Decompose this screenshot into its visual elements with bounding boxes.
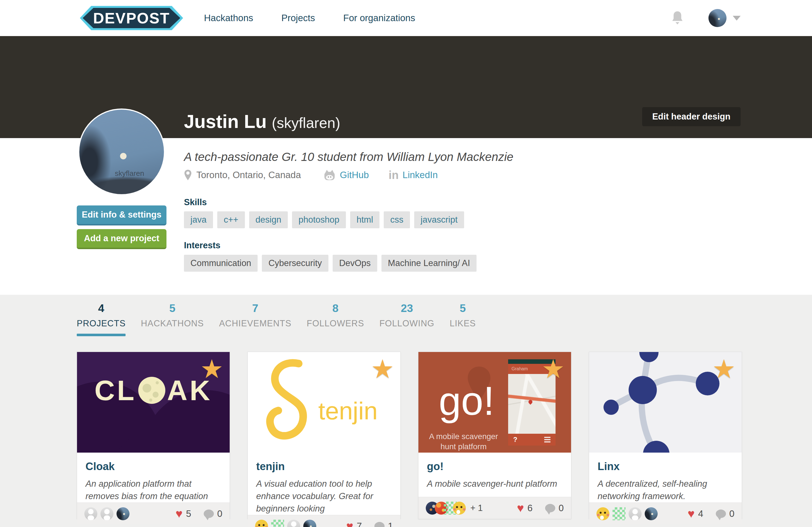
tab-count: 5 [460,302,466,315]
skills-heading: Skills [184,197,207,207]
menu-icon [544,437,550,442]
card-stats: ♥ 4 0 [687,508,735,520]
card-stats: ♥ 6 0 [517,502,564,514]
skill-tag[interactable]: design [249,211,288,228]
help-icon: ? [513,436,518,443]
card-body: Cloak An application platform that remov… [77,453,230,502]
project-card-linx[interactable]: ★ Linx A decentralized, self-healing net… [589,352,742,519]
skill-tag[interactable]: css [384,211,410,228]
member-avatar[interactable] [100,507,113,520]
skill-tag[interactable]: javascript [414,211,464,228]
notifications-bell-icon[interactable] [671,11,684,25]
card-body: go! A mobile scavenger-hunt platform [418,453,571,497]
profile-name-row: Justin Lu (skyflaren) [184,111,340,132]
card-stats: ♥ 7 1 [346,520,393,527]
moon-icon [138,377,165,404]
tab-count: 23 [401,302,413,315]
winner-star-icon: ★ [712,356,736,382]
active-tab-underline [77,334,126,336]
tab-followers[interactable]: 8 FOLLOWERS [307,302,364,329]
likes-count: 5 [186,508,191,519]
tab-achievements[interactable]: 7 ACHIEVEMENTS [219,302,291,329]
comments-icon[interactable] [374,522,385,527]
interest-tag[interactable]: Machine Learning/ AI [381,255,477,272]
devpost-logo[interactable]: DEVPOST [80,6,183,30]
member-avatar[interactable] [271,520,284,527]
project-cards: CL AK ★ Cloak An application platform th… [77,352,742,519]
interest-tag[interactable]: DevOps [333,255,377,272]
interest-tag[interactable]: Communication [184,255,258,272]
nav-link-organizations[interactable]: For organizations [343,13,415,24]
nav-link-projects[interactable]: Projects [281,13,315,24]
member-avatar[interactable] [453,502,466,515]
user-avatar[interactable] [709,9,726,27]
tab-hackathons[interactable]: 5 HACKATHONS [141,302,204,329]
project-card-tenjin[interactable]: tenjin ★ tenjin A visual education tool … [247,352,401,519]
skill-tag[interactable]: html [350,211,380,228]
card-footer: ♥ 7 1 [248,515,400,527]
member-avatar[interactable] [628,507,642,520]
tab-projects[interactable]: 4 PROJECTS [77,302,126,336]
member-avatar[interactable] [303,520,316,527]
profile-info-row: Toronto, Ontario, Canada GitHub in Linke… [184,169,438,181]
tab-following[interactable]: 23 FOLLOWING [379,302,435,329]
likes-heart-icon[interactable]: ♥ [175,508,183,520]
comments-count: 0 [217,508,222,519]
profile-action-buttons: Edit info & settings Add a new project [77,206,166,249]
nav-link-hackathons[interactable]: Hackathons [204,13,253,24]
member-avatar[interactable] [287,520,300,527]
project-title[interactable]: tenjin [256,461,392,472]
member-avatar[interactable] [645,507,658,520]
winner-star-icon: ★ [542,356,565,382]
likes-heart-icon[interactable]: ♥ [517,502,524,514]
skill-tag[interactable]: c++ [217,211,245,228]
tab-label: PROJECTS [77,318,126,329]
interest-tag[interactable]: Cybersecurity [262,255,329,272]
cloak-logo-left: CL [95,376,136,404]
profile-tabs: 4 PROJECTS 5 HACKATHONS 7 ACHIEVEMENTS 8… [77,302,476,336]
location: Toronto, Ontario, Canada [184,169,301,181]
comments-icon[interactable] [716,510,726,518]
chevron-down-icon[interactable] [733,16,741,20]
profile-photo[interactable]: skyflaren [78,108,165,195]
likes-heart-icon[interactable]: ♥ [687,508,695,520]
project-title[interactable]: go! [427,461,563,472]
skill-tag[interactable]: photoshop [292,211,346,228]
tab-likes[interactable]: 5 LIKES [450,302,476,329]
card-footer: + 1 ♥ 6 0 [418,497,571,519]
comments-icon[interactable] [204,510,214,518]
nav-right [671,9,741,27]
interests-heading: Interests [184,240,220,251]
comments-count: 0 [729,508,735,519]
card-body: Linx A decentralized, self-healing netwo… [589,453,742,502]
devpost-logo-inner: DEVPOST [83,8,180,28]
edit-info-settings-button[interactable]: Edit info & settings [77,206,166,225]
add-new-project-button[interactable]: Add a new project [77,229,166,249]
top-navigation: DEVPOST Hackathons Projects For organiza… [0,0,812,36]
member-avatar[interactable] [612,507,625,520]
comments-icon[interactable] [545,504,555,512]
project-card-cloak[interactable]: CL AK ★ Cloak An application platform th… [77,352,230,519]
github-link-label: GitHub [340,170,369,180]
github-link[interactable]: GitHub [323,169,369,181]
project-title[interactable]: Cloak [86,461,221,472]
likes-heart-icon[interactable]: ♥ [346,520,353,527]
member-avatar[interactable] [255,520,268,527]
edit-header-design-button[interactable]: Edit header design [642,107,741,126]
card-body: tenjin A visual education tool to help e… [248,453,400,515]
member-avatar[interactable] [117,507,130,520]
linkedin-icon: in [389,169,398,181]
project-title[interactable]: Linx [598,461,733,472]
card-footer: ♥ 4 0 [589,502,742,525]
photo-watermark: skyflaren [115,169,144,178]
team-avatars [596,507,658,520]
member-avatar[interactable] [84,507,97,520]
tab-count: 4 [98,302,104,315]
project-thumbnail: tenjin ★ [248,352,400,453]
linkedin-link[interactable]: in LinkedIn [389,169,438,181]
profile-tagline: A tech-passionate Gr. 10 student from Wi… [184,150,513,164]
member-avatar[interactable] [596,507,609,520]
project-card-go[interactable]: go! A mobile scavenger hunt platform Gra… [418,352,571,519]
skill-tag[interactable]: java [184,211,213,228]
go-logo-text: go! [439,378,494,424]
